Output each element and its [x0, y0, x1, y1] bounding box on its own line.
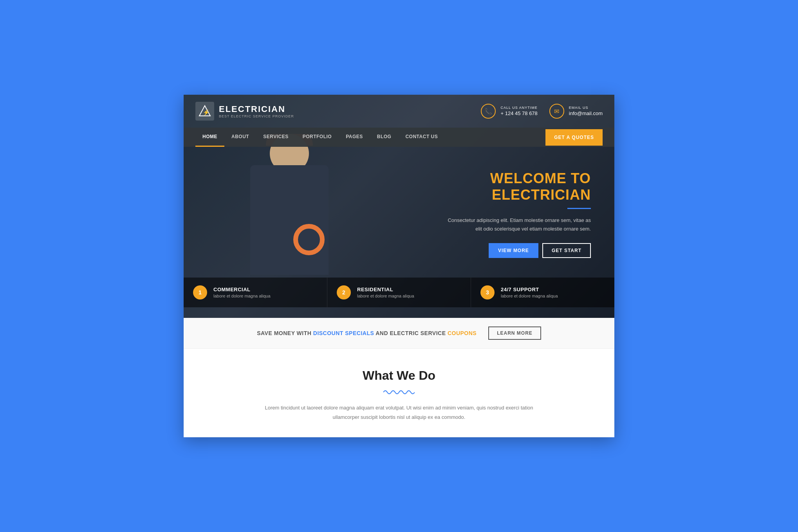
navbar: HOME ABOUT SERVICES PORTFOLIO PAGES BLOG: [184, 128, 614, 147]
nav-item-home[interactable]: HOME: [195, 128, 224, 147]
banner-text: SAVE MONEY WITH DISCOUNT SPECIALS AND EL…: [257, 330, 477, 336]
worker-body: [250, 165, 329, 275]
site-name: ELECTRICIAN: [219, 104, 294, 114]
nav-link-blog[interactable]: BLOG: [370, 128, 399, 146]
header-top: ⚡ ELECTRICIAN BEST ELECTRIC SERVICE PROV…: [184, 95, 614, 128]
banner-strip: SAVE MONEY WITH DISCOUNT SPECIALS AND EL…: [184, 318, 614, 349]
header-contacts: 📞 CALL US ANYTIME + 124 45 78 678 ✉ EMAI…: [481, 104, 603, 119]
banner-before: SAVE MONEY WITH: [257, 330, 313, 336]
phone-label: CALL US ANYTIME: [500, 106, 537, 110]
nav-link-about[interactable]: ABOUT: [224, 128, 256, 146]
hero-heading-highlight: ELECTRICIAN: [492, 187, 591, 203]
feature-num-1: 1: [193, 285, 207, 299]
logo-icon: ⚡: [195, 102, 214, 121]
nav-cta[interactable]: GET A QUOTES: [545, 129, 603, 146]
feature-text-2: RESIDENTIAL labore et dolore magna aliqu…: [357, 287, 414, 298]
nav-link-services[interactable]: SERVICES: [256, 128, 295, 146]
hero-buttons: VIEW MORE GET START: [399, 243, 591, 258]
nav-item-contact[interactable]: CONTACT US: [398, 128, 445, 147]
banner-highlight2: COUPONS: [448, 330, 477, 336]
hero-heading: WELCOME TO ELECTRICIAN: [399, 170, 591, 203]
feature-title-1: COMMERCIAL: [213, 287, 271, 292]
nav-link-home[interactable]: HOME: [195, 128, 224, 147]
phone-text: CALL US ANYTIME + 124 45 78 678: [500, 106, 537, 117]
logo-text: ELECTRICIAN BEST ELECTRIC SERVICE PROVID…: [219, 104, 294, 118]
what-we-do-body: Lorem tincidunt ut laoreet dolore magna …: [262, 403, 536, 422]
hero-section: ⚡ ELECTRICIAN BEST ELECTRIC SERVICE PROV…: [184, 95, 614, 318]
learn-more-button[interactable]: LEARN MORE: [488, 326, 541, 340]
contact-email: ✉ EMAIL US info@mail.com: [549, 104, 603, 119]
nav-cta-link[interactable]: GET A QUOTES: [545, 129, 603, 146]
feature-desc-3: labore et dolore magna aliqua: [501, 294, 558, 298]
hero-heading-normal: WELCOME TO: [490, 170, 591, 186]
banner-highlight1: DISCOUNT SPECIALS: [313, 330, 374, 336]
nav-link-pages[interactable]: PAGES: [339, 128, 370, 146]
contact-phone: 📞 CALL US ANYTIME + 124 45 78 678: [481, 104, 537, 119]
wave-divider: [199, 388, 599, 396]
phone-value: + 124 45 78 678: [500, 110, 537, 116]
feature-title-3: 24/7 SUPPORT: [501, 287, 558, 292]
hero-features: 1 COMMERCIAL labore et dolore magna aliq…: [184, 278, 614, 307]
view-more-button[interactable]: VIEW MORE: [489, 243, 538, 258]
nav-item-services[interactable]: SERVICES: [256, 128, 295, 147]
site-tagline: BEST ELECTRIC SERVICE PROVIDER: [219, 114, 294, 118]
banner-text-mid: AND ELECTRIC SERVICE: [376, 330, 448, 336]
cable-coil: [293, 224, 325, 255]
what-we-do-heading: What We Do: [199, 368, 599, 383]
svg-text:⚡: ⚡: [203, 109, 210, 116]
browser-window: ⚡ ELECTRICIAN BEST ELECTRIC SERVICE PROV…: [184, 95, 614, 437]
nav-item-pages[interactable]: PAGES: [339, 128, 370, 147]
hero-body: Consectetur adipiscing elit. Etiam moles…: [442, 216, 591, 233]
logo-area: ⚡ ELECTRICIAN BEST ELECTRIC SERVICE PROV…: [195, 102, 294, 121]
get-start-button[interactable]: GET START: [542, 243, 591, 258]
feature-commercial: 1 COMMERCIAL labore et dolore magna aliq…: [184, 278, 327, 307]
feature-desc-2: labore et dolore magna aliqua: [357, 294, 414, 298]
nav-link-portfolio[interactable]: PORTFOLIO: [296, 128, 339, 146]
nav-link-contact[interactable]: CONTACT US: [398, 128, 445, 146]
hero-underline: [567, 208, 591, 209]
feature-title-2: RESIDENTIAL: [357, 287, 414, 292]
feature-num-2: 2: [337, 285, 351, 299]
feature-residential: 2 RESIDENTIAL labore et dolore magna ali…: [327, 278, 471, 307]
email-value: info@mail.com: [569, 110, 603, 116]
email-icon: ✉: [549, 104, 564, 119]
feature-num-3: 3: [480, 285, 495, 299]
what-we-do-section: What We Do Lorem tincidunt ut laoreet do…: [184, 349, 614, 437]
feature-desc-1: labore et dolore magna aliqua: [213, 294, 271, 298]
feature-support: 3 24/7 SUPPORT labore et dolore magna al…: [471, 278, 614, 307]
nav-item-portfolio[interactable]: PORTFOLIO: [296, 128, 339, 147]
email-label: EMAIL US: [569, 106, 603, 110]
feature-text-1: COMMERCIAL labore et dolore magna aliqua: [213, 287, 271, 298]
phone-icon: 📞: [481, 104, 496, 119]
nav-links: HOME ABOUT SERVICES PORTFOLIO PAGES BLOG: [195, 128, 445, 147]
nav-item-about[interactable]: ABOUT: [224, 128, 256, 147]
hero-content: WELCOME TO ELECTRICIAN Consectetur adipi…: [399, 147, 603, 258]
nav-item-blog[interactable]: BLOG: [370, 128, 399, 147]
email-text: EMAIL US info@mail.com: [569, 106, 603, 117]
feature-text-3: 24/7 SUPPORT labore et dolore magna aliq…: [501, 287, 558, 298]
